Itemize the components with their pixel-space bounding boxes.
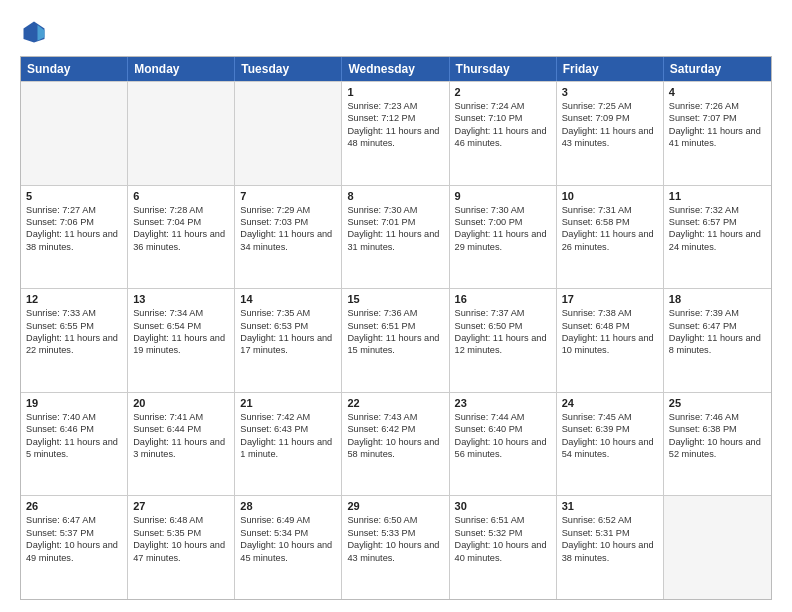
day-number: 11 [669,190,766,202]
cell-sun-info: Sunrise: 7:26 AM Sunset: 7:07 PM Dayligh… [669,100,766,150]
day-cell-24: 24Sunrise: 7:45 AM Sunset: 6:39 PM Dayli… [557,393,664,496]
day-number: 18 [669,293,766,305]
calendar-header: SundayMondayTuesdayWednesdayThursdayFrid… [21,57,771,81]
day-cell-21: 21Sunrise: 7:42 AM Sunset: 6:43 PM Dayli… [235,393,342,496]
day-number: 28 [240,500,336,512]
day-number: 5 [26,190,122,202]
day-number: 27 [133,500,229,512]
day-cell-25: 25Sunrise: 7:46 AM Sunset: 6:38 PM Dayli… [664,393,771,496]
day-number: 20 [133,397,229,409]
day-number: 22 [347,397,443,409]
calendar-row-2: 12Sunrise: 7:33 AM Sunset: 6:55 PM Dayli… [21,288,771,392]
cell-sun-info: Sunrise: 7:33 AM Sunset: 6:55 PM Dayligh… [26,307,122,357]
day-cell-29: 29Sunrise: 6:50 AM Sunset: 5:33 PM Dayli… [342,496,449,599]
cell-sun-info: Sunrise: 7:42 AM Sunset: 6:43 PM Dayligh… [240,411,336,461]
calendar-row-3: 19Sunrise: 7:40 AM Sunset: 6:46 PM Dayli… [21,392,771,496]
day-cell-11: 11Sunrise: 7:32 AM Sunset: 6:57 PM Dayli… [664,186,771,289]
cell-sun-info: Sunrise: 7:37 AM Sunset: 6:50 PM Dayligh… [455,307,551,357]
day-cell-6: 6Sunrise: 7:28 AM Sunset: 7:04 PM Daylig… [128,186,235,289]
cell-sun-info: Sunrise: 7:34 AM Sunset: 6:54 PM Dayligh… [133,307,229,357]
calendar-row-0: 1Sunrise: 7:23 AM Sunset: 7:12 PM Daylig… [21,81,771,185]
day-number: 31 [562,500,658,512]
day-cell-4: 4Sunrise: 7:26 AM Sunset: 7:07 PM Daylig… [664,82,771,185]
day-number: 23 [455,397,551,409]
empty-cell [128,82,235,185]
day-cell-12: 12Sunrise: 7:33 AM Sunset: 6:55 PM Dayli… [21,289,128,392]
cell-sun-info: Sunrise: 7:23 AM Sunset: 7:12 PM Dayligh… [347,100,443,150]
cell-sun-info: Sunrise: 7:24 AM Sunset: 7:10 PM Dayligh… [455,100,551,150]
cell-sun-info: Sunrise: 7:41 AM Sunset: 6:44 PM Dayligh… [133,411,229,461]
day-cell-19: 19Sunrise: 7:40 AM Sunset: 6:46 PM Dayli… [21,393,128,496]
calendar-row-4: 26Sunrise: 6:47 AM Sunset: 5:37 PM Dayli… [21,495,771,599]
cell-sun-info: Sunrise: 7:36 AM Sunset: 6:51 PM Dayligh… [347,307,443,357]
day-number: 10 [562,190,658,202]
cell-sun-info: Sunrise: 7:45 AM Sunset: 6:39 PM Dayligh… [562,411,658,461]
cell-sun-info: Sunrise: 7:29 AM Sunset: 7:03 PM Dayligh… [240,204,336,254]
day-number: 29 [347,500,443,512]
day-number: 30 [455,500,551,512]
day-cell-14: 14Sunrise: 7:35 AM Sunset: 6:53 PM Dayli… [235,289,342,392]
day-cell-31: 31Sunrise: 6:52 AM Sunset: 5:31 PM Dayli… [557,496,664,599]
cell-sun-info: Sunrise: 7:30 AM Sunset: 7:00 PM Dayligh… [455,204,551,254]
cell-sun-info: Sunrise: 7:31 AM Sunset: 6:58 PM Dayligh… [562,204,658,254]
calendar-body: 1Sunrise: 7:23 AM Sunset: 7:12 PM Daylig… [21,81,771,599]
cell-sun-info: Sunrise: 7:27 AM Sunset: 7:06 PM Dayligh… [26,204,122,254]
day-cell-20: 20Sunrise: 7:41 AM Sunset: 6:44 PM Dayli… [128,393,235,496]
day-cell-1: 1Sunrise: 7:23 AM Sunset: 7:12 PM Daylig… [342,82,449,185]
day-cell-17: 17Sunrise: 7:38 AM Sunset: 6:48 PM Dayli… [557,289,664,392]
cell-sun-info: Sunrise: 6:50 AM Sunset: 5:33 PM Dayligh… [347,514,443,564]
day-cell-3: 3Sunrise: 7:25 AM Sunset: 7:09 PM Daylig… [557,82,664,185]
day-number: 12 [26,293,122,305]
empty-cell [235,82,342,185]
day-number: 17 [562,293,658,305]
day-header-monday: Monday [128,57,235,81]
empty-cell [664,496,771,599]
day-number: 16 [455,293,551,305]
day-cell-30: 30Sunrise: 6:51 AM Sunset: 5:32 PM Dayli… [450,496,557,599]
day-number: 14 [240,293,336,305]
day-cell-16: 16Sunrise: 7:37 AM Sunset: 6:50 PM Dayli… [450,289,557,392]
day-cell-5: 5Sunrise: 7:27 AM Sunset: 7:06 PM Daylig… [21,186,128,289]
day-cell-10: 10Sunrise: 7:31 AM Sunset: 6:58 PM Dayli… [557,186,664,289]
cell-sun-info: Sunrise: 7:43 AM Sunset: 6:42 PM Dayligh… [347,411,443,461]
cell-sun-info: Sunrise: 7:39 AM Sunset: 6:47 PM Dayligh… [669,307,766,357]
page: SundayMondayTuesdayWednesdayThursdayFrid… [0,0,792,612]
day-cell-15: 15Sunrise: 7:36 AM Sunset: 6:51 PM Dayli… [342,289,449,392]
day-cell-13: 13Sunrise: 7:34 AM Sunset: 6:54 PM Dayli… [128,289,235,392]
day-cell-23: 23Sunrise: 7:44 AM Sunset: 6:40 PM Dayli… [450,393,557,496]
logo [20,18,52,46]
day-cell-27: 27Sunrise: 6:48 AM Sunset: 5:35 PM Dayli… [128,496,235,599]
day-number: 26 [26,500,122,512]
calendar: SundayMondayTuesdayWednesdayThursdayFrid… [20,56,772,600]
day-number: 21 [240,397,336,409]
cell-sun-info: Sunrise: 7:40 AM Sunset: 6:46 PM Dayligh… [26,411,122,461]
day-number: 4 [669,86,766,98]
day-number: 9 [455,190,551,202]
cell-sun-info: Sunrise: 6:49 AM Sunset: 5:34 PM Dayligh… [240,514,336,564]
cell-sun-info: Sunrise: 7:32 AM Sunset: 6:57 PM Dayligh… [669,204,766,254]
day-cell-22: 22Sunrise: 7:43 AM Sunset: 6:42 PM Dayli… [342,393,449,496]
day-cell-26: 26Sunrise: 6:47 AM Sunset: 5:37 PM Dayli… [21,496,128,599]
day-number: 15 [347,293,443,305]
day-number: 7 [240,190,336,202]
day-header-sunday: Sunday [21,57,128,81]
day-header-friday: Friday [557,57,664,81]
day-number: 24 [562,397,658,409]
day-number: 8 [347,190,443,202]
day-cell-7: 7Sunrise: 7:29 AM Sunset: 7:03 PM Daylig… [235,186,342,289]
day-number: 6 [133,190,229,202]
calendar-row-1: 5Sunrise: 7:27 AM Sunset: 7:06 PM Daylig… [21,185,771,289]
day-number: 25 [669,397,766,409]
header [20,18,772,46]
day-cell-8: 8Sunrise: 7:30 AM Sunset: 7:01 PM Daylig… [342,186,449,289]
cell-sun-info: Sunrise: 6:51 AM Sunset: 5:32 PM Dayligh… [455,514,551,564]
cell-sun-info: Sunrise: 7:35 AM Sunset: 6:53 PM Dayligh… [240,307,336,357]
day-cell-2: 2Sunrise: 7:24 AM Sunset: 7:10 PM Daylig… [450,82,557,185]
cell-sun-info: Sunrise: 7:46 AM Sunset: 6:38 PM Dayligh… [669,411,766,461]
day-number: 2 [455,86,551,98]
cell-sun-info: Sunrise: 7:38 AM Sunset: 6:48 PM Dayligh… [562,307,658,357]
cell-sun-info: Sunrise: 6:47 AM Sunset: 5:37 PM Dayligh… [26,514,122,564]
day-number: 13 [133,293,229,305]
day-cell-28: 28Sunrise: 6:49 AM Sunset: 5:34 PM Dayli… [235,496,342,599]
day-number: 3 [562,86,658,98]
